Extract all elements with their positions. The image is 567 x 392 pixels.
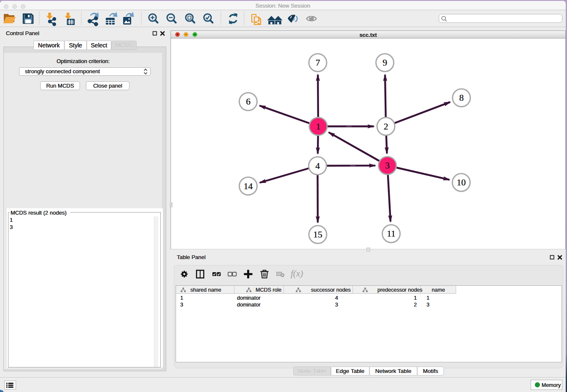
- svg-text:10: 10: [457, 177, 466, 188]
- svg-text:4: 4: [315, 161, 320, 171]
- svg-text:15: 15: [313, 229, 322, 240]
- svg-text:2: 2: [384, 121, 388, 132]
- svg-text:8: 8: [459, 93, 464, 103]
- svg-text:14: 14: [244, 181, 253, 191]
- svg-text:3: 3: [385, 160, 390, 171]
- svg-text:9: 9: [383, 58, 387, 68]
- svg-text:1: 1: [316, 121, 321, 132]
- svg-text:11: 11: [387, 229, 396, 239]
- svg-text:6: 6: [246, 97, 250, 107]
- svg-text:7: 7: [316, 58, 320, 68]
